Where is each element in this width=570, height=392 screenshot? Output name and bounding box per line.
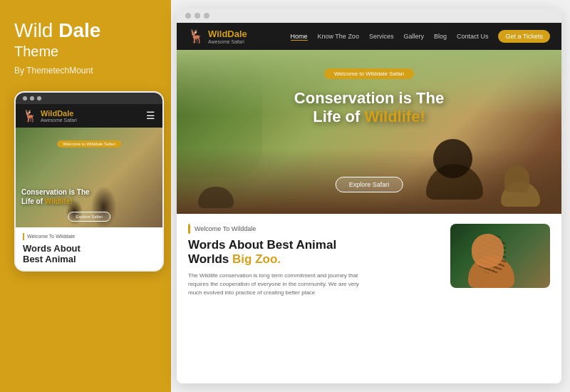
tiger-body	[457, 231, 529, 288]
mobile-hero-bg: Welcome to Wilddale Safari Conservation …	[16, 128, 162, 227]
headline-text-1: Words About Best Animal	[188, 238, 336, 252]
hero-badge: Welcome to Wilddale Safari	[324, 68, 414, 79]
desktop-top-bar	[177, 9, 561, 23]
left-panel: Wild Dale Theme By ThemetechMount 🦌 Wild…	[0, 0, 171, 392]
mobile-welcome-bar	[23, 233, 24, 240]
app-subtitle: Theme	[14, 43, 58, 60]
mobile-content: Welcome To Wilddale Words About Best Ani…	[16, 227, 162, 271]
desktop-nav-links: Home Know The Zoo Services Gallery Blog …	[291, 30, 551, 43]
words-about-headline: Words About Best Animal Worlds Big Zoo.	[188, 238, 439, 267]
mobile-logo: 🦌 WildDale Awesome Safari	[23, 109, 77, 123]
desktop-logo: 🦌 WildDale Awesome Safari	[188, 29, 247, 44]
headline-text-2: Worlds	[188, 252, 232, 266]
desktop-hero: Welcome to Wilddale Safari Conservation …	[177, 50, 561, 214]
app-title: Wild Dale	[14, 20, 100, 42]
nav-services[interactable]: Services	[369, 33, 394, 40]
mobile-headline-highlight: Wildlife!	[45, 197, 73, 205]
content-description: The Wildlife conservation is long term c…	[188, 272, 359, 297]
deer-icon: 🦌	[23, 109, 37, 123]
desktop-dot-3	[204, 13, 209, 19]
hero-headline-text: Conservation is The Life of Wildlife!	[262, 89, 476, 127]
get-tickets-btn[interactable]: Get a Tickets	[498, 30, 550, 43]
mobile-explore-btn[interactable]: Explore Safari	[68, 212, 110, 222]
nav-blog[interactable]: Blog	[434, 33, 447, 40]
animal2-silhouette	[497, 164, 547, 207]
desktop-deer-icon: 🦌	[188, 29, 204, 44]
animal3-silhouette	[198, 169, 241, 208]
mobile-logo-dale: Dale	[57, 109, 73, 118]
mobile-best-animal: Best Animal	[23, 254, 155, 264]
nav-contact[interactable]: Contact Us	[457, 33, 489, 40]
desktop-logo-text: WildDale	[208, 29, 247, 39]
welcome-to-label: Welcome To Wilddale	[195, 225, 256, 232]
right-panel: 🦌 WildDale Awesome Safari Home Know The …	[171, 0, 570, 392]
desktop-mockup: 🦌 WildDale Awesome Safari Home Know The …	[177, 9, 561, 383]
mobile-hero: Welcome to Wilddale Safari Conservation …	[16, 128, 162, 227]
mobile-nav: 🦌 WildDale Awesome Safari ☰	[16, 104, 162, 128]
desktop-hero-bg: Welcome to Wilddale Safari Conservation …	[177, 50, 561, 214]
hero-line1: Conservation is The	[294, 89, 444, 107]
mobile-dot-3	[37, 96, 41, 100]
mobile-headline-1: Conservation is The	[21, 188, 90, 196]
desktop-dot-2	[195, 13, 200, 19]
tiger-stripes	[477, 234, 506, 274]
nav-know-zoo[interactable]: Know The Zoo	[318, 33, 359, 40]
mobile-top-bar	[16, 93, 162, 104]
desktop-bottom-content: Welcome To Wilddale Words About Best Ani…	[177, 214, 561, 383]
app-byline: By ThemetechMount	[14, 66, 93, 76]
desktop-logo-sub: Awesome Safari	[208, 39, 247, 44]
mobile-words-about: Words About	[23, 243, 155, 254]
hamburger-icon[interactable]: ☰	[146, 110, 155, 121]
hero-highlight: Wildlife!	[364, 108, 425, 125]
title-wild: Wild	[14, 19, 58, 41]
mobile-welcome-label: Welcome To Wilddale	[27, 234, 75, 239]
desktop-nav: 🦌 WildDale Awesome Safari Home Know The …	[177, 23, 561, 50]
tiger-image	[450, 224, 550, 288]
desktop-dot-1	[185, 13, 191, 19]
nav-home[interactable]: Home	[291, 33, 308, 41]
mobile-mockup: 🦌 WildDale Awesome Safari ☰ Welcome to W…	[14, 91, 164, 272]
big-zoo-highlight: Big Zoo.	[232, 252, 281, 266]
mobile-headline-2: Life of	[21, 197, 45, 205]
desktop-text-section: Welcome To Wilddale Words About Best Ani…	[188, 224, 439, 373]
explore-safari-btn[interactable]: Explore Safari	[336, 177, 403, 192]
mobile-hero-text: Conservation is The Life of Wildlife!	[21, 187, 157, 206]
mobile-logo-text: WildDale	[41, 109, 77, 118]
hero-headline: Conservation is The Life of Wildlife!	[262, 89, 476, 127]
mobile-logo-wild: Wild	[41, 109, 57, 118]
lion-silhouette	[419, 135, 504, 200]
mobile-dot-2	[30, 96, 34, 100]
nav-gallery[interactable]: Gallery	[403, 33, 424, 40]
welcome-row: Welcome To Wilddale	[188, 224, 439, 234]
hero-line2: Life of	[313, 108, 364, 125]
desktop-logo-dale: Dale	[227, 29, 247, 39]
title-dale: Dale	[58, 19, 100, 41]
mobile-dot-1	[23, 96, 27, 100]
mobile-hero-badge: Welcome to Wilddale Safari	[57, 140, 121, 148]
mobile-logo-sub: Awesome Safari	[41, 118, 77, 123]
welcome-bar-line	[188, 224, 190, 234]
desktop-logo-wild: Wild	[208, 29, 227, 39]
